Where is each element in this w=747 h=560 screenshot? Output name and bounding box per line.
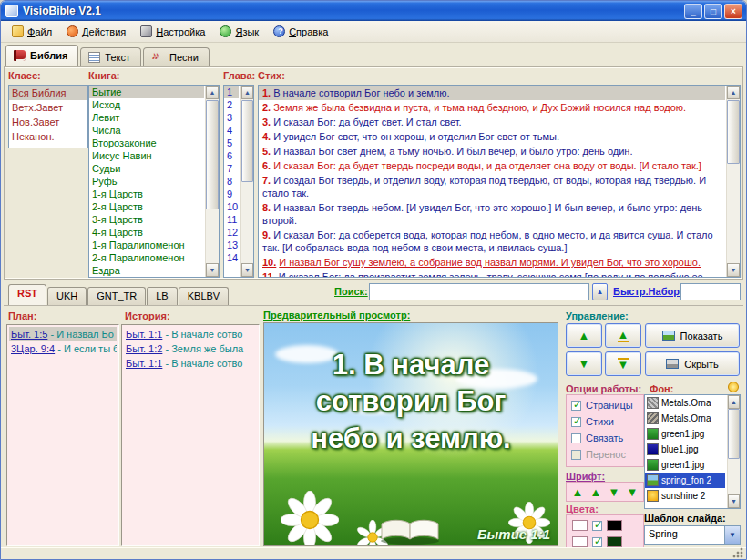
minimize-button[interactable]: _ (684, 4, 702, 19)
verse-reference-link[interactable]: Быт. 1:5 (11, 329, 47, 340)
slide-template-combo[interactable]: Spring (644, 525, 741, 545)
scroll-up-button[interactable] (727, 86, 740, 99)
move-up-button[interactable] (566, 323, 602, 348)
chapter-item[interactable]: 1 (224, 86, 239, 98)
class-item[interactable]: Неканон. (9, 129, 87, 144)
book-item[interactable]: 4-я Царств (89, 226, 204, 239)
search-label[interactable]: Поиск: (334, 286, 368, 297)
menu-file[interactable]: Файл (5, 24, 59, 39)
book-item[interactable]: Ездра (89, 264, 204, 277)
verse-row[interactable]: 6.И сказал Бог: да будет твердь посреди … (259, 158, 725, 173)
verse-row[interactable]: 11.И сказал Бог: да произрастит земля зе… (259, 270, 725, 278)
font-increase-arrow[interactable] (590, 485, 602, 499)
book-item[interactable]: 1-я Паралипоменон (89, 239, 204, 251)
verse-row[interactable]: 10.И назвал Бог сушу землею, а собрание … (259, 255, 725, 270)
option-checkbox-row[interactable]: Перенос (568, 446, 641, 463)
chapter-item[interactable]: 3 (224, 111, 239, 124)
menu-language[interactable]: Язык (212, 24, 266, 39)
book-item[interactable]: Бытие (89, 86, 204, 98)
checkbox-checked[interactable]: ✓ (592, 537, 602, 547)
previous-slide-button[interactable] (605, 323, 641, 348)
book-item[interactable]: Числа (89, 124, 204, 137)
book-item[interactable]: Исход (89, 98, 204, 111)
maximize-button[interactable]: □ (704, 4, 722, 19)
scroll-down-button[interactable] (727, 263, 740, 277)
titlebar[interactable]: VisioBible V2.1 _ □ × (1, 1, 746, 21)
scroll-up-button[interactable] (241, 86, 253, 99)
book-scrollbar[interactable] (205, 86, 219, 277)
color-swatch-empty[interactable] (572, 536, 588, 547)
chapter-item[interactable]: 12 (224, 226, 239, 239)
back-color-swatch[interactable] (607, 536, 622, 547)
scroll-thumb[interactable] (206, 100, 219, 209)
chapter-item[interactable]: 5 (224, 137, 239, 149)
scroll-down-button[interactable] (241, 263, 253, 277)
move-down-button[interactable] (566, 351, 602, 376)
verse-row[interactable]: 5.И назвал Бог свет днем, а тьму ночью. … (259, 144, 725, 158)
background-item[interactable]: blue1.jpg (645, 442, 725, 457)
chapter-item[interactable]: 14 (224, 251, 239, 264)
tab-text[interactable]: Текст (80, 47, 141, 66)
background-item[interactable]: Metals.Orna (645, 395, 725, 411)
menu-help[interactable]: Справка (266, 24, 335, 39)
option-checkbox-row[interactable]: Связать (568, 430, 641, 446)
background-item[interactable]: spring_fon 2 (645, 473, 725, 488)
plan-item[interactable]: Быт. 1:5 - И назвал Бо (9, 327, 117, 341)
scroll-thumb[interactable] (728, 409, 740, 459)
book-item[interactable]: 2-я Паралипоменон (89, 251, 204, 264)
resize-grip[interactable] (732, 546, 744, 558)
background-item[interactable]: Metals.Orna (645, 411, 725, 426)
history-item[interactable]: Быт. 1:1 - В начале сотво (124, 356, 257, 371)
translation-tab-ukh[interactable]: UKH (47, 287, 87, 305)
class-item[interactable]: Ветх.Завет (9, 100, 87, 115)
class-item[interactable]: Вся Библия (9, 86, 87, 100)
chapter-scrollbar[interactable] (240, 86, 253, 277)
book-item[interactable]: 2-я Царств (89, 200, 204, 213)
chapter-item[interactable]: 7 (224, 162, 239, 175)
background-item[interactable]: sunshine 2 (645, 488, 725, 504)
option-checkbox-row[interactable]: Стихи (568, 413, 641, 430)
menu-settings[interactable]: Настройка (133, 24, 212, 39)
font-decrease-arrow[interactable] (627, 485, 639, 499)
history-item[interactable]: Быт. 1:2 - Земля же была (124, 341, 257, 356)
checkbox-checked[interactable]: ✓ (592, 521, 602, 531)
translation-tab-rst[interactable]: RST (8, 284, 46, 305)
chapter-list[interactable]: 1234567891011121314 (223, 85, 254, 278)
chapter-item[interactable]: 8 (224, 175, 239, 188)
quick-entry-label[interactable]: Быстр.Набор: (613, 286, 683, 297)
scroll-thumb[interactable] (727, 100, 740, 164)
verse-reference-link[interactable]: Быт. 1:1 (126, 358, 162, 369)
close-button[interactable]: × (724, 4, 742, 19)
tab-bible[interactable]: Библия (5, 45, 78, 66)
background-item[interactable]: green1.jpg (645, 426, 725, 442)
search-input[interactable] (369, 283, 589, 300)
book-item[interactable]: Судьи (89, 162, 204, 175)
checkbox[interactable] (571, 433, 581, 443)
verse-reference-link[interactable]: Быт. 1:2 (126, 343, 162, 354)
chapter-item[interactable]: 2 (224, 98, 239, 111)
scroll-down-button[interactable] (206, 263, 219, 277)
chapter-item[interactable]: 4 (224, 124, 239, 137)
background-scrollbar[interactable] (727, 395, 740, 508)
book-item[interactable]: 3-я Царств (89, 213, 204, 226)
search-up-button[interactable] (592, 283, 608, 300)
chapter-item[interactable]: 10 (224, 200, 239, 213)
book-item[interactable]: Левит (89, 111, 204, 124)
plan-list[interactable]: Быт. 1:5 - И назвал Бо 3Цар. 9:4 - И есл… (6, 324, 119, 546)
class-list[interactable]: Вся БиблияВетх.ЗаветНов.ЗаветНеканон. (8, 85, 88, 148)
chapter-item[interactable]: 13 (224, 239, 239, 251)
checkbox[interactable] (571, 401, 581, 411)
class-item[interactable]: Нов.Завет (9, 115, 87, 129)
book-item[interactable]: Второзаконие (89, 137, 204, 149)
book-item[interactable]: Иисус Навин (89, 149, 204, 162)
background-item[interactable]: green1.jpg (645, 457, 725, 473)
chapter-item[interactable]: 9 (224, 188, 239, 200)
background-list[interactable]: Metals.Orna Metals.Orna green1.jpg blue1… (644, 394, 741, 509)
verse-row[interactable]: 7.И создал Бог твердь, и отделил воду, к… (259, 173, 725, 200)
translation-tab-lb[interactable]: LB (147, 287, 177, 305)
history-list[interactable]: Быт. 1:1 - В начале сотво Быт. 1:2 - Зем… (121, 324, 260, 546)
book-item[interactable]: 1-я Царств (89, 188, 204, 200)
font-increase-arrow[interactable] (572, 485, 584, 499)
translation-tab-kblbv[interactable]: KBLBV (179, 287, 229, 305)
book-item[interactable]: Руфь (89, 175, 204, 188)
